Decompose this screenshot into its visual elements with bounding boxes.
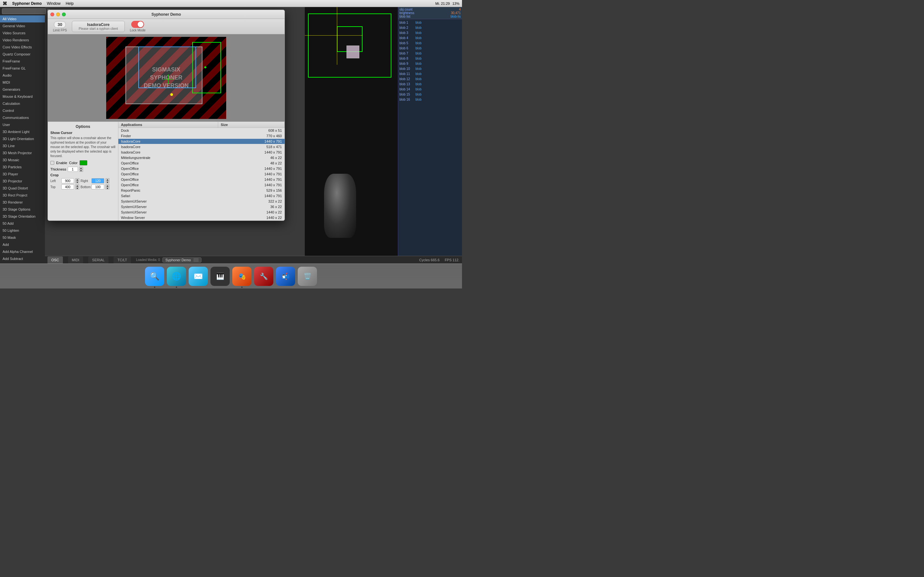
sidebar-item-30[interactable]: 50 Lighten: [0, 227, 45, 234]
sidebar-item-1[interactable]: General Video: [0, 23, 45, 29]
table-row[interactable]: Window Server1440 x 22: [118, 215, 284, 221]
sidebar-item-12[interactable]: Calculation: [0, 100, 45, 107]
table-row[interactable]: Mitteilungszentrale46 x 22: [118, 155, 284, 161]
sidebar-item-23[interactable]: 3D Projector: [0, 177, 45, 185]
window-close-button[interactable]: [50, 13, 54, 16]
enable-label: Enable: [56, 161, 67, 165]
sidebar-item-28[interactable]: 3D Stage Orientation: [0, 213, 45, 220]
window-maximize-button[interactable]: [62, 13, 66, 16]
table-row[interactable]: SystemUIServer1440 x 22: [118, 210, 284, 215]
table-row[interactable]: IsadoraCore518 x 471: [118, 144, 284, 150]
table-row[interactable]: ReportPanic529 x 156: [118, 188, 284, 193]
crop-right-input[interactable]: [91, 178, 104, 183]
blob-label: blob 9: [399, 62, 415, 65]
tab-serial[interactable]: SERIAL: [88, 256, 108, 263]
crop-top-input[interactable]: [61, 184, 74, 189]
table-row[interactable]: IsadoraCore1440 x 791: [118, 150, 284, 155]
sidebar-item-10[interactable]: Generators: [0, 86, 45, 93]
sidebar-item-22[interactable]: 3D Player: [0, 171, 45, 177]
sidebar-item-21[interactable]: 3D Particles: [0, 163, 45, 171]
sidebar-item-20[interactable]: 3D Mosaic: [0, 156, 45, 163]
status-right: Cycles 665.6 FPS 112.: [419, 258, 459, 262]
thickness-input[interactable]: [68, 167, 78, 172]
sidebar-item-6[interactable]: FreeFrame: [0, 58, 45, 65]
sidebar-item-7[interactable]: FreeFrame GL: [0, 65, 45, 72]
crop-left-input[interactable]: [61, 178, 74, 183]
tab-osc[interactable]: OSC: [47, 256, 63, 263]
dock-thunderbird[interactable]: ✉️: [189, 267, 208, 286]
crop-top-down[interactable]: ▼: [75, 187, 79, 189]
sidebar-item-3[interactable]: Video Renderers: [0, 37, 45, 44]
sidebar-item-0[interactable]: All Video: [0, 15, 45, 23]
crop-bottom-input[interactable]: [91, 184, 104, 189]
thickness-up[interactable]: ▲: [79, 167, 83, 169]
table-row[interactable]: Dock608 x 51: [118, 128, 284, 133]
table-row[interactable]: OpenOffice1440 x 791: [118, 166, 284, 171]
thickness-down[interactable]: ▼: [79, 169, 83, 172]
crop-bottom-up[interactable]: ▲: [105, 184, 110, 187]
sidebar-item-35[interactable]: Alpha: [0, 262, 45, 263]
menu-app-name[interactable]: Syphoner Demo: [12, 1, 42, 6]
sidebar-item-14[interactable]: Communications: [0, 114, 45, 121]
dock-finder[interactable]: 🔍: [145, 267, 164, 286]
sidebar-item-34[interactable]: Add Subtract: [0, 255, 45, 262]
sidebar-item-4[interactable]: Core Video Effects: [0, 44, 45, 51]
syphon-client-button[interactable]: IsadoraCore Please start a syphon client: [72, 21, 124, 32]
menu-help[interactable]: Help: [66, 1, 74, 6]
sidebar-item-26[interactable]: 3D Renderer: [0, 199, 45, 206]
app-name-cell: OpenOffice: [118, 182, 218, 188]
table-row[interactable]: OpenOffice48 x 22: [118, 161, 284, 166]
color-swatch[interactable]: [79, 160, 87, 165]
sidebar-item-19[interactable]: 3D Mesh Projector: [0, 149, 45, 156]
enable-checkbox[interactable]: [50, 161, 54, 165]
sidebar-item-27[interactable]: 3D Stage Options: [0, 206, 45, 213]
blob-row-12: blob 12blob: [399, 76, 461, 81]
sidebar-item-31[interactable]: 50 Mask: [0, 234, 45, 241]
table-row[interactable]: SystemUIServer36 x 22: [118, 204, 284, 210]
table-row[interactable]: SystemUIServer322 x 22: [118, 199, 284, 204]
crop-right-up[interactable]: ▲: [105, 178, 110, 181]
table-row[interactable]: OpenOffice1440 x 791: [118, 177, 284, 182]
sidebar-item-13[interactable]: Control: [0, 107, 45, 114]
apple-menu[interactable]: ⌘: [3, 1, 7, 6]
dock-mop[interactable]: 🔧: [254, 267, 273, 286]
right-area: Syphoner Demo 30 Limit FPS IsadoraCore P…: [45, 7, 462, 263]
dock-blue-mail[interactable]: 📬: [276, 267, 295, 286]
menu-window[interactable]: Window: [47, 1, 61, 6]
dock-safari[interactable]: 🌐: [167, 267, 186, 286]
sidebar-item-32[interactable]: Add: [0, 241, 45, 248]
dock-trash[interactable]: 🗑️: [298, 267, 317, 286]
crop-left-down[interactable]: ▼: [75, 181, 79, 183]
window-minimize-button[interactable]: [56, 13, 60, 16]
sidebar-item-29[interactable]: 50 Add: [0, 220, 45, 227]
lock-mode-toggle[interactable]: [131, 21, 144, 28]
table-row[interactable]: IsadoraCore1440 x 791: [118, 139, 284, 144]
dock-isadora[interactable]: 🎭: [232, 267, 252, 286]
sidebar-item-33[interactable]: Add Alpha Channel: [0, 248, 45, 255]
crop-bottom-down[interactable]: ▼: [105, 187, 110, 189]
search-input[interactable]: [2, 8, 46, 14]
tab-midi[interactable]: MIDI: [68, 256, 83, 263]
table-row[interactable]: OpenOffice1440 x 791: [118, 171, 284, 177]
table-row[interactable]: OpenOffice1440 x 791: [118, 182, 284, 188]
sidebar-item-16[interactable]: 3D Ambient Light: [0, 128, 45, 135]
sidebar-item-25[interactable]: 3D Rect Project: [0, 192, 45, 199]
crop-top-up[interactable]: ▲: [75, 184, 79, 187]
sidebar-item-18[interactable]: 3D Line: [0, 142, 45, 149]
crop-left-up[interactable]: ▲: [75, 178, 79, 181]
dock-piano[interactable]: 🎹: [210, 267, 230, 286]
tab-tc[interactable]: TC/LT: [113, 256, 131, 263]
sidebar-item-2[interactable]: Video Sources: [0, 29, 45, 37]
sidebar-item-8[interactable]: Audio: [0, 72, 45, 79]
sidebar-item-9[interactable]: MIDI: [0, 79, 45, 86]
fps-value[interactable]: 30: [54, 21, 65, 28]
table-row[interactable]: Safari1440 x 791: [118, 193, 284, 199]
sidebar-item-11[interactable]: Mouse & Keyboard: [0, 93, 45, 100]
crop-left-stepper: ▲ ▼: [75, 178, 79, 183]
sidebar-item-24[interactable]: 3D Quad Distort: [0, 185, 45, 192]
sidebar-item-17[interactable]: 3D Light Orientation: [0, 135, 45, 142]
sidebar-item-15[interactable]: User: [0, 121, 45, 128]
table-row[interactable]: Finder770 x 460: [118, 133, 284, 139]
crop-right-down[interactable]: ▼: [105, 181, 110, 183]
sidebar-item-5[interactable]: Quartz Composer: [0, 51, 45, 58]
